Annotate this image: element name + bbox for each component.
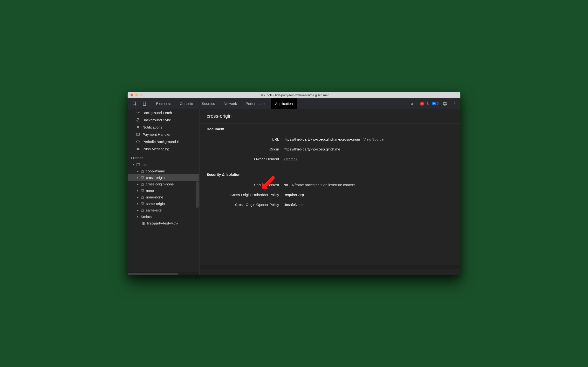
svg-point-3: [454, 103, 455, 104]
script-file-item[interactable]: first-party-test-with-: [128, 220, 199, 226]
application-sidebar: Background FetchBackground SyncNotificat…: [128, 109, 200, 275]
frame-detail-panel: cross-origin Document URL https://third-…: [200, 109, 460, 275]
overflow-tabs-button[interactable]: »: [408, 98, 417, 109]
sidebar-item-background-sync[interactable]: Background Sync: [128, 116, 199, 124]
tab-elements[interactable]: Elements: [152, 98, 176, 109]
iframe-icon: [141, 176, 144, 180]
sidebar-item-label: Background Fetch: [143, 111, 172, 115]
window-title: DevTools - first-party-test-with-resourc…: [128, 93, 460, 97]
svg-rect-8: [137, 163, 140, 166]
frame-tree-item-none-none[interactable]: ▶none-none: [128, 194, 199, 200]
zoom-window-button[interactable]: [140, 93, 143, 96]
frame-tree-item-same-origin[interactable]: ▶same-origin: [128, 200, 199, 207]
secure-context-note: A frame ancestor is an insecure context: [291, 183, 355, 187]
file-icon: [142, 221, 145, 225]
svg-rect-11: [142, 170, 143, 172]
caret-down-icon: ▼: [132, 163, 135, 166]
tab-console[interactable]: Console: [176, 98, 198, 109]
svg-rect-19: [142, 197, 143, 198]
error-count[interactable]: 13: [420, 102, 429, 106]
inspect-icon[interactable]: [132, 101, 138, 107]
secure-context-value: No: [283, 183, 288, 187]
devtools-window: DevTools - first-party-test-with-resourc…: [128, 92, 460, 275]
sidebar-item-label: Payment Handler: [143, 132, 170, 136]
origin-label: Origin: [207, 147, 279, 151]
coep-label: Cross-Origin Embedder Policy: [207, 193, 279, 197]
message-count-value: 2: [437, 102, 439, 106]
view-source-link[interactable]: View Source: [363, 137, 384, 141]
svg-rect-15: [142, 184, 143, 185]
close-window-button[interactable]: [130, 93, 133, 96]
frame-tree-item-none[interactable]: ▶none: [128, 187, 199, 194]
caret-right-icon: ▶: [137, 176, 139, 179]
bottom-strip: [200, 269, 460, 275]
clock-icon: [136, 139, 140, 144]
frame-tree-item-same-site[interactable]: ▶same-site: [128, 207, 199, 213]
document-section: Document URL https://third-party-no-coep…: [200, 124, 460, 169]
panel-tabs: ElementsConsoleSourcesNetworkPerformance…: [152, 98, 408, 109]
document-section-title: Document: [207, 127, 453, 131]
settings-icon[interactable]: [442, 101, 448, 107]
iframe-icon: [141, 202, 144, 206]
security-section-title: Security & Isolation: [207, 172, 453, 176]
iframe-icon: [141, 195, 144, 199]
error-count-value: 13: [425, 102, 429, 106]
frame-tree-item-label: none-none: [146, 195, 163, 199]
frame-tree-item-label: same-site: [146, 208, 162, 212]
sidebar-item-label: Notifications: [143, 125, 162, 129]
owner-element-link[interactable]: <iframe>: [283, 157, 298, 161]
caret-right-icon: ▶: [137, 170, 139, 172]
sidebar-item-push-messaging[interactable]: Push Messaging: [128, 145, 199, 152]
iframe-icon: [141, 189, 144, 193]
traffic-lights: [128, 93, 143, 96]
frame-tree-item-label: cross-origin: [146, 175, 165, 180]
caret-right-icon: ▶: [137, 202, 139, 205]
frame-tree-item-cross-origin[interactable]: ▶cross-origin: [128, 174, 199, 181]
caret-right-icon: ▶: [137, 209, 139, 211]
frame-tree-item-cross-origin-none[interactable]: ▶cross-origin-none: [128, 181, 199, 187]
minimize-window-button[interactable]: [135, 93, 138, 96]
fetch-icon: [136, 110, 140, 115]
origin-value: https://third-party-no-coep.glitch.me: [283, 147, 340, 151]
sidebar-item-notifications[interactable]: Notifications: [128, 124, 199, 131]
sidebar-item-label: Push Messaging: [143, 147, 169, 151]
frame-tree-top[interactable]: ▼ top: [128, 161, 199, 168]
message-icon: [432, 102, 436, 105]
svg-rect-13: [142, 177, 143, 178]
svg-point-2: [454, 102, 455, 103]
svg-rect-5: [136, 133, 140, 135]
frame-detail-heading: cross-origin: [200, 109, 460, 124]
message-count[interactable]: 2: [432, 102, 439, 106]
coep-value: RequireCorp: [283, 193, 304, 197]
svg-rect-23: [142, 209, 143, 211]
scripts-label: Scripts: [141, 215, 152, 219]
devtools-toolbar: ElementsConsoleSourcesNetworkPerformance…: [128, 98, 460, 109]
main-scrollbar-horizontal[interactable]: [200, 265, 460, 269]
caret-right-icon: ▶: [137, 196, 139, 199]
tab-sources[interactable]: Sources: [198, 98, 219, 109]
iframe-icon: [141, 182, 144, 186]
sidebar-item-payment-handler[interactable]: Payment Handler: [128, 131, 199, 138]
frame-tree-item-label: coop-iframe: [146, 169, 165, 173]
url-value: https://third-party-no-coep.glitch.me/cr…: [283, 137, 360, 141]
sync-icon: [136, 118, 140, 122]
security-isolation-section: Security & Isolation Secure Context No A…: [200, 169, 460, 214]
device-toggle-icon[interactable]: [142, 101, 147, 107]
tab-performance[interactable]: Performance: [241, 98, 271, 109]
tab-network[interactable]: Network: [219, 98, 241, 109]
bell-icon: [136, 125, 140, 129]
sidebar-scrollbar-vertical[interactable]: [196, 181, 199, 208]
scripts-tree-item[interactable]: ▶ Scripts: [128, 213, 199, 220]
tab-application[interactable]: Application: [271, 98, 297, 109]
caret-right-icon: ▶: [137, 183, 139, 185]
sidebar-scrollbar-horizontal[interactable]: [128, 272, 199, 275]
frame-tree-item-coop-iframe[interactable]: ▶coop-iframe: [128, 168, 199, 174]
coop-label: Cross-Origin Opener Policy: [207, 202, 279, 207]
sidebar-item-background-fetch[interactable]: Background Fetch: [128, 109, 199, 116]
cloud-icon: [136, 147, 140, 151]
more-icon[interactable]: [451, 101, 457, 107]
frame-tree-top-label: top: [142, 163, 147, 167]
sidebar-item-periodic-background-s[interactable]: Periodic Background S: [128, 138, 199, 145]
svg-rect-1: [143, 102, 146, 105]
sidebar-item-label: Periodic Background S: [143, 140, 179, 144]
